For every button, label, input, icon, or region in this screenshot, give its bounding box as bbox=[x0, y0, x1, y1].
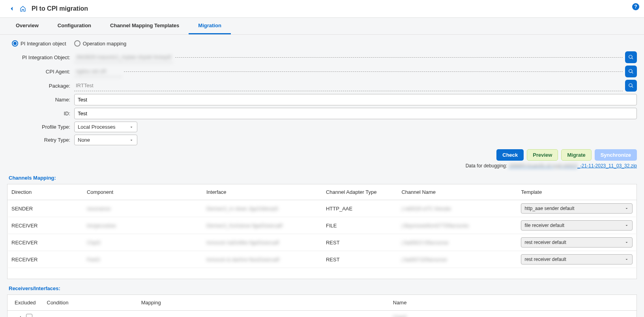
col-mapping: Mapping bbox=[137, 295, 389, 311]
debug-row: Data for debugging: J09MPh fcuamifu af n… bbox=[7, 163, 637, 169]
home-button[interactable] bbox=[17, 3, 28, 14]
cell-adapter: REST bbox=[322, 251, 397, 268]
cell-channel-name: | fad0823 Dfiarssnse bbox=[397, 234, 517, 251]
template-select[interactable]: file receiver default bbox=[521, 220, 633, 231]
col-interface: Interface bbox=[202, 184, 322, 200]
synchronize-button[interactable]: Synchronize bbox=[595, 149, 637, 161]
cell-direction: RECEIVER bbox=[7, 251, 83, 268]
profile-type-label: Profile Type: bbox=[7, 124, 74, 130]
cell-component: resonance bbox=[83, 200, 202, 217]
table-row: RECEIVERtmojarusdowDemwc3_froAsbow figwD… bbox=[7, 217, 637, 234]
channels-mapping-title: Channels Mapping: bbox=[9, 175, 637, 181]
tab-channel-mapping-templates[interactable]: Channel Mapping Templates bbox=[101, 18, 189, 34]
check-button[interactable]: Check bbox=[496, 149, 524, 161]
cell-adapter: REST bbox=[322, 234, 397, 251]
radio-pi-label: PI Integration object bbox=[21, 41, 66, 47]
profile-type-select[interactable]: Local Processes bbox=[74, 122, 137, 132]
pi-integration-object-search-button[interactable] bbox=[625, 51, 637, 63]
radio-om-label: Operation mapping bbox=[83, 41, 127, 47]
table-row: SENDERresonanceDemwc3_m nkwe JigsOdiesrp… bbox=[7, 200, 637, 217]
cell-interface: Inmovck & darihre flwsDsiwruaff bbox=[202, 251, 322, 268]
object-type-radio-group: PI Integration object Operation mapping bbox=[7, 40, 637, 47]
col-condition: Condition bbox=[43, 295, 137, 311]
cell-component: Chpt3 bbox=[83, 234, 202, 251]
col-template: Template bbox=[517, 184, 637, 200]
name-input[interactable] bbox=[74, 94, 637, 105]
cell-direction: SENDER bbox=[7, 200, 83, 217]
cpi-agent-search-button[interactable] bbox=[625, 66, 637, 77]
retry-type-select[interactable]: None bbox=[74, 135, 137, 145]
name-label: Name: bbox=[7, 97, 74, 103]
migrate-button[interactable]: Migrate bbox=[561, 149, 591, 161]
tab-bar: Overview Configuration Channel Mapping T… bbox=[0, 18, 644, 35]
cell-interface: Demwc3_m nkwe JigsOdiesrp5 bbox=[202, 200, 322, 217]
retry-type-label: Retry Type: bbox=[7, 137, 74, 143]
cell-channel-name: | nd0028 wTC thesdw bbox=[397, 200, 517, 217]
template-select[interactable]: rest receiver default bbox=[521, 237, 633, 248]
package-search-button[interactable] bbox=[625, 80, 637, 92]
debug-link-tail: _-21-11-2023_11_03_32.zip bbox=[577, 163, 637, 169]
cpi-agent-label: CPI Agent: bbox=[7, 69, 74, 75]
excluded-checkbox[interactable] bbox=[26, 314, 32, 317]
radio-operation-mapping[interactable]: Operation mapping bbox=[74, 40, 127, 47]
cell-rcv-name: Chpt3 bbox=[389, 311, 637, 317]
cell-adapter: HTTP_AAE bbox=[322, 200, 397, 217]
pi-integration-object-input[interactable] bbox=[74, 52, 173, 63]
tab-overview[interactable]: Overview bbox=[6, 18, 48, 34]
debug-label: Data for debugging: bbox=[466, 163, 507, 169]
expand-icon[interactable] bbox=[18, 315, 23, 317]
cell-interface: Demwc3_froAsbow figwDsiwruaff bbox=[202, 217, 322, 234]
table-row: RECEIVERChpt3Inmovck haDclMw figeDsiwrua… bbox=[7, 234, 637, 251]
col-excluded: Excluded bbox=[7, 295, 43, 311]
cell-interface: Inmovck haDclMw figeDsiwruaff bbox=[202, 234, 322, 251]
cell-direction: RECEIVER bbox=[7, 234, 83, 251]
topbar: PI to CPI migration ? bbox=[0, 0, 644, 18]
back-button[interactable] bbox=[6, 3, 17, 14]
package-input[interactable] bbox=[74, 80, 623, 91]
template-select[interactable]: http_aae sender default bbox=[521, 203, 633, 214]
radio-pi-integration-object[interactable]: PI Integration object bbox=[12, 40, 66, 47]
col-channel-name: Channel Name bbox=[397, 184, 517, 200]
cell-component: tmojarusdow bbox=[83, 217, 202, 234]
col-direction: Direction bbox=[7, 184, 83, 200]
cpi-agent-input[interactable] bbox=[74, 66, 122, 77]
debug-link[interactable]: J09MPh fcuamifu af nygit phi023_-21-11-2… bbox=[509, 163, 637, 169]
table-row: Chpt3 bbox=[7, 311, 637, 317]
id-input[interactable] bbox=[74, 108, 637, 119]
receivers-interfaces-title: Receivers/Interfaces: bbox=[9, 285, 637, 291]
col-component: Component bbox=[83, 184, 202, 200]
cell-component: Feet3 bbox=[83, 251, 202, 268]
cell-channel-name: | fad0071Dfiarssnse bbox=[397, 251, 517, 268]
pi-integration-object-label: PI Integration Object: bbox=[7, 54, 74, 60]
cell-adapter: FILE bbox=[322, 217, 397, 234]
profile-type-value: Local Processes bbox=[78, 124, 115, 130]
retry-type-value: None bbox=[78, 137, 90, 143]
debug-link-blur: J09MPh fcuamifu af nygit phi023 bbox=[509, 163, 577, 169]
table-row: RECEIVERFeet3Inmovck & darihre flwsDsiwr… bbox=[7, 251, 637, 268]
package-label: Package: bbox=[7, 83, 74, 89]
tab-migration[interactable]: Migration bbox=[189, 18, 231, 34]
channels-mapping-table: Direction Component Interface Channel Ad… bbox=[7, 184, 637, 279]
cell-direction: RECEIVER bbox=[7, 217, 83, 234]
template-select[interactable]: rest receiver default bbox=[521, 254, 633, 264]
col-adapter: Channel Adapter Type bbox=[322, 184, 397, 200]
col-rcv-name: Name bbox=[389, 295, 637, 311]
page-title: PI to CPI migration bbox=[32, 5, 88, 12]
id-label: ID: bbox=[7, 111, 74, 116]
cell-mapping bbox=[137, 311, 389, 317]
cell-condition bbox=[43, 311, 137, 317]
help-icon[interactable]: ? bbox=[632, 3, 639, 10]
receivers-interfaces-table: Excluded Condition Mapping Name Chpt3 bbox=[7, 294, 637, 317]
tab-configuration[interactable]: Configuration bbox=[48, 18, 101, 34]
cell-channel-name: | Bqsmoweifsm077Dfiarssnes bbox=[397, 217, 517, 234]
action-buttons: Check Preview Migrate Synchronize bbox=[7, 149, 637, 161]
preview-button[interactable]: Preview bbox=[527, 149, 558, 161]
